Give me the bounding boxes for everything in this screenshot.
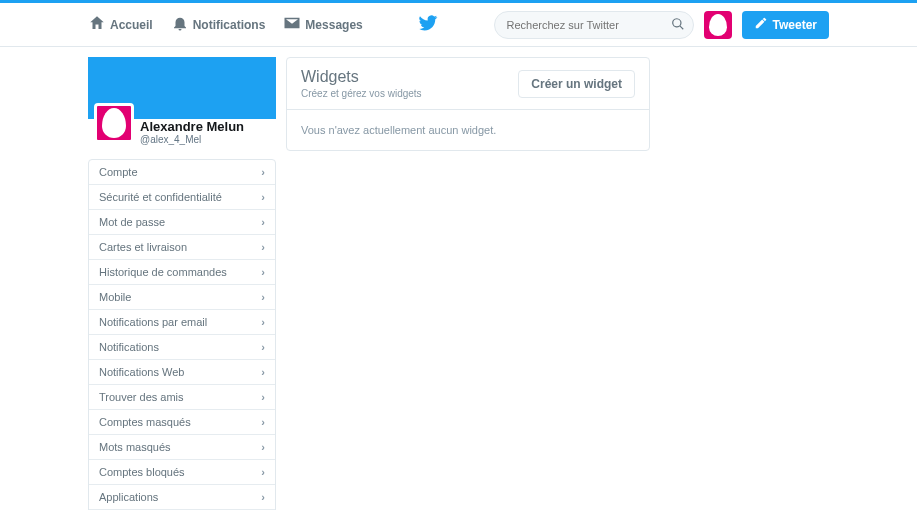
widgets-panel: Widgets Créez et gérez vos widgets Créer… (286, 57, 650, 151)
sidebar-item-label: Comptes bloqués (99, 466, 185, 478)
sidebar-item-label: Trouver des amis (99, 391, 184, 403)
topbar: Accueil Notifications Messages (0, 3, 917, 47)
widgets-empty-message: Vous n'avez actuellement aucun widget. (287, 110, 649, 150)
chevron-right-icon: › (261, 166, 265, 178)
search-input[interactable] (494, 11, 694, 39)
nav-notifications-label: Notifications (193, 18, 266, 32)
profile-handle: @alex_4_Mel (140, 134, 244, 145)
chevron-right-icon: › (261, 266, 265, 278)
sidebar-item-label: Applications (99, 491, 158, 503)
nav-right: Tweeter (494, 11, 829, 39)
sidebar-item-label: Mots masqués (99, 441, 171, 453)
sidebar-item-label: Compte (99, 166, 138, 178)
sidebar-item-label: Cartes et livraison (99, 241, 187, 253)
nav-notifications[interactable]: Notifications (171, 14, 266, 35)
sidebar-item[interactable]: Comptes masqués› (89, 410, 275, 435)
widgets-panel-header: Widgets Créez et gérez vos widgets Créer… (287, 58, 649, 110)
widgets-subtitle: Créez et gérez vos widgets (301, 88, 422, 99)
chevron-right-icon: › (261, 341, 265, 353)
sidebar-item-label: Notifications par email (99, 316, 207, 328)
sidebar-item[interactable]: Cartes et livraison› (89, 235, 275, 260)
home-icon (88, 14, 106, 35)
widgets-title: Widgets (301, 68, 422, 86)
chevron-right-icon: › (261, 391, 265, 403)
sidebar-item-label: Notifications (99, 341, 159, 353)
sidebar-item-label: Notifications Web (99, 366, 184, 378)
settings-nav: Compte›Sécurité et confidentialité›Mot d… (88, 159, 276, 510)
sidebar-item[interactable]: Notifications par email› (89, 310, 275, 335)
profile-avatar[interactable] (94, 103, 134, 143)
sidebar-item-label: Sécurité et confidentialité (99, 191, 222, 203)
chevron-right-icon: › (261, 441, 265, 453)
sidebar-item[interactable]: Compte› (89, 160, 275, 185)
sidebar-item[interactable]: Sécurité et confidentialité› (89, 185, 275, 210)
chevron-right-icon: › (261, 316, 265, 328)
sidebar-item-label: Comptes masqués (99, 416, 191, 428)
sidebar-item[interactable]: Comptes bloqués› (89, 460, 275, 485)
egg-avatar-icon (102, 108, 126, 138)
nav-home[interactable]: Accueil (88, 14, 153, 35)
profile-card: Alexandre Melun @alex_4_Mel (88, 57, 276, 151)
chevron-right-icon: › (261, 491, 265, 503)
sidebar-item[interactable]: Applications› (89, 485, 275, 510)
compose-tweet-button[interactable]: Tweeter (742, 11, 829, 39)
nav-home-label: Accueil (110, 18, 153, 32)
sidebar-item[interactable]: Mobile› (89, 285, 275, 310)
sidebar-item[interactable]: Mots masqués› (89, 435, 275, 460)
search-wrap (494, 11, 694, 39)
chevron-right-icon: › (261, 191, 265, 203)
sidebar-item-label: Historique de commandes (99, 266, 227, 278)
nav-left: Accueil Notifications Messages (88, 14, 363, 35)
sidebar-item[interactable]: Mot de passe› (89, 210, 275, 235)
chevron-right-icon: › (261, 466, 265, 478)
create-widget-button[interactable]: Créer un widget (518, 70, 635, 98)
chevron-right-icon: › (261, 291, 265, 303)
nav-messages-label: Messages (305, 18, 362, 32)
chevron-right-icon: › (261, 366, 265, 378)
compose-icon (754, 16, 768, 33)
sidebar-item[interactable]: Notifications Web› (89, 360, 275, 385)
sidebar-item-label: Mot de passe (99, 216, 165, 228)
bell-icon (171, 14, 189, 35)
compose-label: Tweeter (773, 18, 817, 32)
sidebar-item[interactable]: Notifications› (89, 335, 275, 360)
chevron-right-icon: › (261, 216, 265, 228)
egg-avatar-icon (709, 14, 727, 36)
twitter-logo[interactable] (418, 13, 438, 37)
sidebar-item[interactable]: Trouver des amis› (89, 385, 275, 410)
chevron-right-icon: › (261, 416, 265, 428)
profile-text: Alexandre Melun @alex_4_Mel (140, 119, 244, 145)
left-column: Alexandre Melun @alex_4_Mel Compte›Sécur… (88, 57, 276, 510)
content: Alexandre Melun @alex_4_Mel Compte›Sécur… (0, 47, 917, 510)
main-column: Widgets Créez et gérez vos widgets Créer… (286, 57, 650, 151)
profile-menu-button[interactable] (704, 11, 732, 39)
sidebar-item-label: Mobile (99, 291, 131, 303)
chevron-right-icon: › (261, 241, 265, 253)
sidebar-item[interactable]: Historique de commandes› (89, 260, 275, 285)
profile-body: Alexandre Melun @alex_4_Mel (88, 119, 276, 151)
widgets-panel-heading: Widgets Créez et gérez vos widgets (301, 68, 422, 99)
envelope-icon (283, 14, 301, 35)
nav-messages[interactable]: Messages (283, 14, 362, 35)
profile-name: Alexandre Melun (140, 119, 244, 134)
search-icon[interactable] (670, 16, 686, 32)
